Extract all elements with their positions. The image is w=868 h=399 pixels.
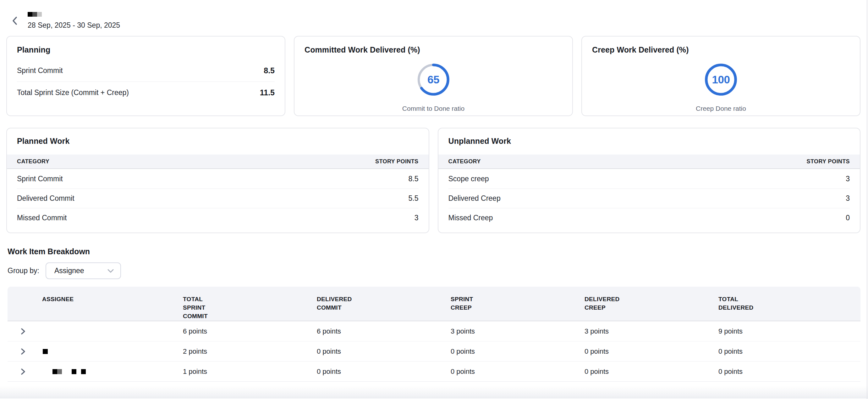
points-cell: 3 [414, 213, 418, 222]
committed-work-card: Committed Work Delivered (%) 65 Commit t… [294, 36, 573, 116]
category-cell: Missed Commit [17, 213, 67, 222]
planned-work-card: Planned Work CATEGORY STORY POINTS Sprin… [6, 128, 429, 233]
points-cell: 0 [846, 213, 850, 222]
planning-row-value: 11.5 [260, 88, 275, 97]
delivered-commit-column-header: DELIVERED COMMIT [317, 287, 451, 321]
planning-row-label: Sprint Commit [17, 66, 63, 75]
chevron-right-icon [21, 348, 26, 355]
unplanned-work-header-row: CATEGORY STORY POINTS [438, 154, 860, 169]
points-cell: 3 [846, 194, 850, 203]
delivered-creep-cell: 0 points [585, 368, 718, 376]
table-row[interactable]: 1 points 0 points 0 points 0 points 0 po… [7, 362, 861, 382]
redaction-block [43, 349, 48, 354]
table-row: Missed Commit 3 [17, 208, 418, 228]
category-cell: Delivered Creep [448, 194, 501, 203]
category-cell: Delivered Commit [17, 194, 74, 203]
committed-percent-value: 65 [416, 62, 451, 97]
planning-row-total-sprint-size: Total Sprint Size (Commit + Creep) 11.5 [17, 82, 275, 104]
work-item-breakdown-title: Work Item Breakdown [7, 247, 861, 256]
redaction-block [37, 12, 42, 17]
sprint-creep-cell: 0 points [451, 368, 585, 376]
total-sprint-commit-column-header: TOTAL SPRINT COMMIT [183, 287, 317, 321]
delivered-commit-cell: 6 points [317, 327, 451, 336]
delivered-creep-column-header: DELIVERED CREEP [585, 287, 718, 321]
group-by-row: Group by: Assignee [7, 262, 861, 279]
bottom-fade [0, 386, 868, 397]
total-sprint-commit-cell: 1 points [183, 368, 317, 376]
category-cell: Scope creep [448, 175, 489, 183]
redaction-block [81, 369, 86, 374]
assignee-cell [42, 349, 183, 354]
committed-progress-ring: 65 [416, 62, 451, 97]
category-cell: Sprint Commit [17, 175, 63, 183]
group-by-label: Group by: [7, 266, 39, 275]
total-sprint-commit-cell: 2 points [183, 347, 317, 355]
expand-row-button[interactable] [19, 327, 27, 336]
planned-work-title: Planned Work [7, 137, 429, 146]
category-column-header: CATEGORY [448, 158, 481, 165]
points-cell: 5.5 [408, 194, 418, 203]
expander-column-header [7, 287, 42, 321]
assignee-cell [42, 369, 183, 374]
category-column-header: CATEGORY [17, 158, 49, 165]
sprint-creep-cell: 3 points [451, 327, 585, 336]
chevron-left-icon [11, 16, 18, 26]
total-delivered-cell: 9 points [718, 327, 861, 336]
table-row: Missed Creep 0 [448, 208, 850, 228]
delivered-commit-cell: 0 points [317, 347, 451, 355]
story-points-column-header: STORY POINTS [807, 158, 850, 165]
story-points-column-header: STORY POINTS [375, 158, 418, 165]
creep-percent-value: 100 [703, 62, 739, 97]
group-by-select[interactable]: Assignee [45, 262, 121, 279]
table-row: Sprint Commit 8.5 [17, 169, 418, 189]
sprint-creep-cell: 0 points [451, 347, 585, 355]
sprint-report-page: 28 Sep, 2025 - 30 Sep, 2025 Planning Spr… [0, 0, 868, 382]
creep-progress-ring: 100 [703, 62, 739, 97]
back-button[interactable] [9, 16, 20, 26]
total-delivered-cell: 0 points [718, 347, 861, 355]
planning-card-title: Planning [17, 45, 275, 54]
assignee-column-header: ASSIGNEE [42, 287, 183, 321]
sprint-date-range: 28 Sep, 2025 - 30 Sep, 2025 [28, 21, 120, 30]
chevron-down-icon [107, 269, 114, 273]
creep-card-title: Creep Work Delivered (%) [592, 45, 850, 54]
unplanned-work-card: Unplanned Work CATEGORY STORY POINTS Sco… [438, 128, 861, 233]
table-row: Delivered Creep 3 [448, 189, 850, 208]
work-tables-row: Planned Work CATEGORY STORY POINTS Sprin… [6, 128, 861, 233]
delivered-creep-cell: 3 points [585, 327, 718, 336]
unplanned-work-title: Unplanned Work [438, 137, 860, 146]
delivered-commit-cell: 0 points [317, 368, 451, 376]
planning-row-sprint-commit: Sprint Commit 8.5 [17, 59, 275, 82]
expand-row-button[interactable] [19, 368, 27, 376]
redaction-block [72, 369, 76, 374]
table-row: Scope creep 3 [448, 169, 850, 189]
planning-row-label: Total Sprint Size (Commit + Creep) [17, 88, 129, 97]
planning-row-value: 8.5 [264, 66, 275, 75]
total-sprint-commit-cell: 6 points [183, 327, 317, 336]
creep-caption: Creep Done ratio [592, 105, 850, 112]
work-item-breakdown-table: ASSIGNEE TOTAL SPRINT COMMIT DELIVERED C… [7, 287, 861, 382]
sprint-title-redacted [28, 12, 120, 17]
redaction-block [53, 369, 62, 374]
summary-cards-row: Planning Sprint Commit 8.5 Total Sprint … [6, 36, 861, 116]
creep-work-card: Creep Work Delivered (%) 100 Creep Done … [581, 36, 861, 116]
total-delivered-cell: 0 points [718, 368, 861, 376]
sprint-creep-column-header: SPRINT CREEP [451, 287, 585, 321]
scrollbar-track[interactable] [867, 0, 867, 399]
redacted-assignee-name [42, 369, 183, 374]
points-cell: 8.5 [408, 175, 418, 183]
committed-caption: Commit to Done ratio [305, 105, 562, 112]
category-cell: Missed Creep [448, 213, 493, 222]
table-row[interactable]: 2 points 0 points 0 points 0 points 0 po… [7, 341, 861, 362]
redaction-block [28, 12, 32, 17]
report-header: 28 Sep, 2025 - 30 Sep, 2025 [6, 0, 861, 30]
delivered-creep-cell: 0 points [585, 347, 718, 355]
redacted-assignee-name [42, 349, 183, 354]
table-row[interactable]: 6 points 6 points 3 points 3 points 9 po… [7, 321, 861, 341]
group-by-selected-value: Assignee [54, 266, 84, 275]
planned-work-header-row: CATEGORY STORY POINTS [7, 154, 429, 169]
chevron-right-icon [21, 327, 26, 335]
redaction-block [32, 12, 37, 17]
expand-row-button[interactable] [19, 347, 27, 355]
chevron-right-icon [21, 368, 26, 375]
